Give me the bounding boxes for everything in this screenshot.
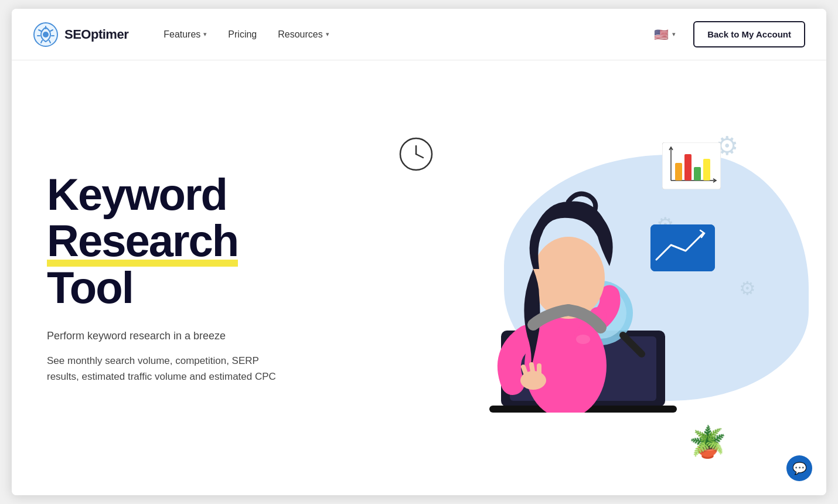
language-chevron-icon: ▾ [672,30,676,38]
nav-links: Features ▾ Pricing Resources ▾ [163,29,648,40]
resources-nav-link[interactable]: Resources ▾ [278,29,329,40]
back-to-account-button[interactable]: Back to My Account [693,21,805,47]
hero-right: ⚙ ⚙ ⚙ [340,84,791,472]
browser-frame: SEOptimer Features ▾ Pricing Resources ▾… [12,9,826,495]
us-flag-icon: 🇺🇸 [654,28,669,42]
features-nav-link[interactable]: Features ▾ [163,29,207,40]
highlight-research: Research [47,217,238,264]
language-selector[interactable]: 🇺🇸 ▾ [648,24,682,45]
hero-title: Keyword Research Tool [47,171,340,311]
nav-right: 🇺🇸 ▾ Back to My Account [648,21,805,47]
logo-link[interactable]: SEOptimer [33,22,128,47]
plant-icon: 🪴 [689,424,727,460]
pricing-nav-link[interactable]: Pricing [228,29,257,40]
hero-subtitle: Perform keyword research in a breeze [47,330,340,342]
navbar: SEOptimer Features ▾ Pricing Resources ▾… [12,9,826,60]
resources-chevron-icon: ▾ [326,30,329,38]
svg-line-23 [523,367,526,373]
gear-icon-3: ⚙ [739,277,756,299]
clock-icon [398,137,434,172]
svg-point-1 [43,32,49,38]
svg-line-24 [532,365,533,372]
chat-button[interactable]: 💬 [786,455,812,481]
logo-icon [33,22,59,47]
chat-icon: 💬 [792,461,807,475]
hero-left: Keyword Research Tool Perform keyword re… [47,171,340,385]
svg-rect-10 [694,167,701,181]
svg-point-26 [576,335,590,344]
features-chevron-icon: ▾ [203,30,207,38]
hero-section: Keyword Research Tool Perform keyword re… [12,60,826,495]
hero-illustration [442,143,689,413]
brand-name: SEOptimer [64,27,128,42]
svg-rect-11 [703,159,710,181]
hero-description: See monthly search volume, competition, … [47,353,293,384]
